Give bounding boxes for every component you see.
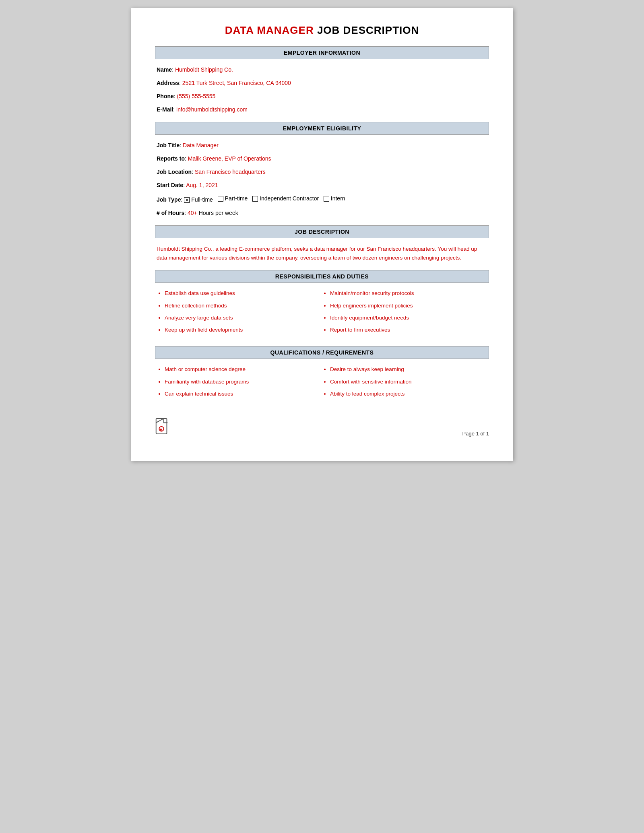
qualifications-list: Math or computer science degree Familiar… bbox=[155, 365, 489, 402]
list-item: Report to firm executives bbox=[330, 326, 487, 334]
contractor-option: Independent Contractor bbox=[252, 194, 319, 203]
footer-icon: e bbox=[155, 418, 169, 437]
intern-option: Intern bbox=[324, 194, 345, 203]
job-type-line: Job Type: ✕ Full-time Part-time Independ… bbox=[157, 194, 487, 204]
fulltime-checkbox[interactable]: ✕ bbox=[184, 197, 190, 203]
name-label: Name bbox=[157, 66, 172, 73]
employer-email-line: E-Mail: info@humboldtshipping.com bbox=[157, 105, 487, 114]
start-date-label: Start Date bbox=[157, 182, 183, 188]
responsibilities-header: RESPONSIBILITIES AND DUTIES bbox=[155, 270, 489, 283]
employment-section: EMPLOYMENT ELIGIBILITY Job Title: Data M… bbox=[155, 122, 489, 217]
svg-line-1 bbox=[156, 419, 164, 423]
name-colon: : bbox=[172, 66, 175, 73]
employment-info: Job Title: Data Manager Reports to: Mali… bbox=[155, 141, 489, 217]
fulltime-label: Full-time bbox=[191, 196, 213, 204]
footer: e Page 1 of 1 bbox=[155, 414, 489, 437]
qualifications-right: Desire to always keep learning Comfort w… bbox=[322, 365, 487, 402]
list-item: Desire to always keep learning bbox=[330, 365, 487, 373]
address-value: 2521 Turk Street, San Francisco, CA 9400… bbox=[182, 80, 291, 86]
qualifications-section: QUALIFICATIONS / REQUIREMENTS Math or co… bbox=[155, 346, 489, 402]
hours-label: # of Hours bbox=[157, 210, 184, 216]
location-line: Job Location: San Francisco headquarters bbox=[157, 168, 487, 176]
job-title-line: Job Title: Data Manager bbox=[157, 141, 487, 150]
fulltime-option: ✕ Full-time bbox=[184, 196, 213, 204]
parttime-checkbox[interactable] bbox=[218, 196, 223, 202]
hours-suffix: Hours per week bbox=[197, 210, 238, 216]
parttime-label: Part-time bbox=[225, 194, 248, 203]
hours-value: 40+ bbox=[188, 210, 197, 216]
qualifications-left: Math or computer science degree Familiar… bbox=[157, 365, 322, 402]
page-title: DATA MANAGER JOB DESCRIPTION bbox=[155, 24, 489, 37]
location-label: Job Location bbox=[157, 169, 192, 175]
contractor-checkbox[interactable] bbox=[252, 196, 258, 202]
list-item: Identify equipment/budget needs bbox=[330, 314, 487, 322]
job-type-label: Job Type bbox=[157, 196, 181, 203]
location-value: San Francisco headquarters bbox=[195, 169, 266, 175]
employer-address-line: Address: 2521 Turk Street, San Francisco… bbox=[157, 79, 487, 87]
job-description-section: JOB DESCRIPTION Humboldt Shipping Co., a… bbox=[155, 225, 489, 262]
list-item: Refine collection methods bbox=[165, 302, 322, 310]
reports-to-value: Malik Greene, EVP of Operations bbox=[188, 155, 271, 162]
list-item: Familiarity with database programs bbox=[165, 378, 322, 386]
parttime-option: Part-time bbox=[218, 194, 248, 203]
reports-to-line: Reports to: Malik Greene, EVP of Operati… bbox=[157, 155, 487, 163]
employment-header: EMPLOYMENT ELIGIBILITY bbox=[155, 122, 489, 135]
intern-checkbox[interactable] bbox=[324, 196, 329, 202]
document-page: DATA MANAGER JOB DESCRIPTION EMPLOYER IN… bbox=[131, 8, 513, 461]
employer-info: Name: Humboldt Shipping Co. Address: 252… bbox=[155, 66, 489, 114]
contractor-label: Independent Contractor bbox=[260, 194, 319, 203]
start-date-line: Start Date: Aug. 1, 2021 bbox=[157, 181, 487, 190]
job-desc-header: JOB DESCRIPTION bbox=[155, 225, 489, 238]
email-value: info@humboldtshipping.com bbox=[176, 106, 248, 113]
responsibilities-list: Establish data use guidelines Refine col… bbox=[155, 289, 489, 338]
title-black: JOB DESCRIPTION bbox=[314, 24, 419, 36]
reports-to-label: Reports to bbox=[157, 155, 185, 162]
responsibilities-section: RESPONSIBILITIES AND DUTIES Establish da… bbox=[155, 270, 489, 338]
list-item: Analyze very large data sets bbox=[165, 314, 322, 322]
list-item: Keep up with field developments bbox=[165, 326, 322, 334]
employer-name-line: Name: Humboldt Shipping Co. bbox=[157, 66, 487, 74]
list-item: Comfort with sensitive information bbox=[330, 378, 487, 386]
start-date-value: Aug. 1, 2021 bbox=[186, 182, 218, 188]
list-item: Establish data use guidelines bbox=[165, 289, 322, 297]
job-description-text: Humboldt Shipping Co., a leading E-comme… bbox=[155, 245, 489, 262]
employer-header: EMPLOYER INFORMATION bbox=[155, 46, 489, 59]
list-item: Can explain technical issues bbox=[165, 390, 322, 398]
responsibilities-left: Establish data use guidelines Refine col… bbox=[157, 289, 322, 338]
list-item: Ability to lead complex projects bbox=[330, 390, 487, 398]
svg-text:e: e bbox=[160, 427, 162, 431]
list-item: Math or computer science degree bbox=[165, 365, 322, 373]
responsibilities-right: Maintain/monitor security protocols Help… bbox=[322, 289, 487, 338]
list-item: Maintain/monitor security protocols bbox=[330, 289, 487, 297]
list-item: Help engineers implement policies bbox=[330, 302, 487, 310]
hours-line: # of Hours: 40+ Hours per week bbox=[157, 209, 487, 217]
email-label: E-Mail bbox=[157, 106, 173, 113]
phone-value: (555) 555-5555 bbox=[177, 93, 216, 99]
qualifications-header: QUALIFICATIONS / REQUIREMENTS bbox=[155, 346, 489, 359]
job-title-value: Data Manager bbox=[183, 142, 219, 148]
page-number: Page 1 of 1 bbox=[462, 431, 489, 437]
title-red: DATA MANAGER bbox=[225, 24, 314, 36]
intern-label: Intern bbox=[331, 194, 345, 203]
address-label: Address bbox=[157, 80, 179, 86]
phone-label: Phone bbox=[157, 93, 174, 99]
name-value: Humboldt Shipping Co. bbox=[175, 66, 233, 73]
employer-section: EMPLOYER INFORMATION Name: Humboldt Ship… bbox=[155, 46, 489, 114]
employer-phone-line: Phone: (555) 555-5555 bbox=[157, 92, 487, 101]
job-title-label: Job Title bbox=[157, 142, 180, 148]
